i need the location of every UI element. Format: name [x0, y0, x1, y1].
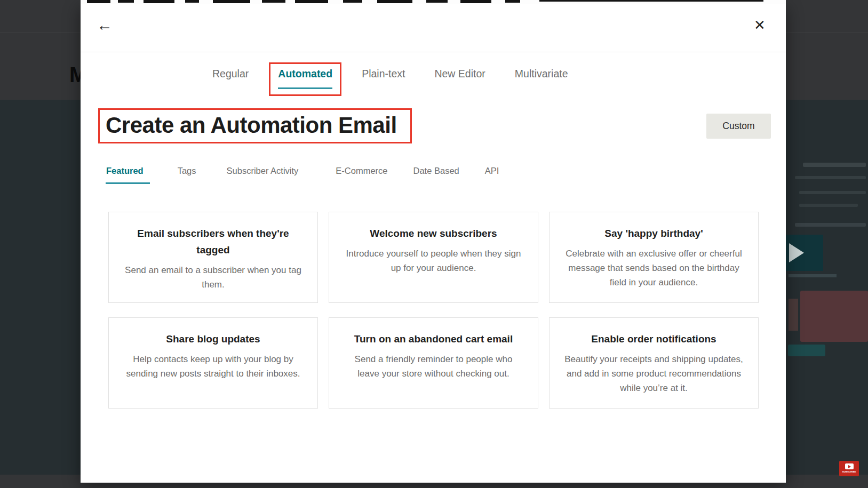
tab-multivariate[interactable]: Multivariate — [515, 68, 568, 87]
subtab-api[interactable]: API — [485, 166, 499, 182]
subtab-tags[interactable]: Tags — [178, 166, 196, 182]
dimmed-image-card — [800, 291, 868, 342]
tab-automated[interactable]: Automated — [278, 68, 332, 89]
card-body: Send an email to a subscriber when you t… — [123, 263, 304, 292]
dimmed-text-line — [799, 191, 866, 194]
card-title: Welcome new subscribers — [343, 225, 524, 242]
tab-regular[interactable]: Regular — [212, 68, 249, 87]
cropped-top-content — [81, 0, 786, 4]
title-wrap: Create an Automation Email — [106, 109, 397, 142]
dimmed-text-line — [799, 204, 858, 207]
dimmed-text-line — [795, 223, 866, 227]
card-abandoned-cart-email[interactable]: Turn on an abandoned cart email Send a f… — [329, 317, 538, 409]
card-say-happy-birthday[interactable]: Say 'happy birthday' Celebrate with an e… — [549, 212, 759, 303]
email-type-tabs: Regular Automated Plain-text New Editor … — [212, 68, 568, 89]
subscribe-badge[interactable]: SUBSCRIBE — [839, 461, 859, 476]
youtube-play-icon — [845, 463, 854, 469]
card-title: Email subscribers when they're tagged — [123, 225, 304, 258]
subscribe-label: SUBSCRIBE — [842, 470, 856, 473]
tab-new-editor[interactable]: New Editor — [434, 68, 485, 87]
dimmed-text-line — [795, 176, 866, 179]
subtab-subscriber-activity[interactable]: Subscriber Activity — [227, 166, 299, 182]
create-email-modal: ← ✕ Regular Automated Plain-text New Edi… — [81, 4, 786, 483]
dimmed-caption-line — [789, 274, 837, 277]
page-title: Create an Automation Email — [106, 109, 397, 142]
subtab-featured[interactable]: Featured — [106, 166, 150, 184]
dimmed-image-edge — [789, 299, 798, 331]
modal-header: ← ✕ — [81, 4, 786, 52]
card-body: Celebrate with an exclusive offer or che… — [563, 246, 744, 290]
tab-label[interactable]: Automated — [278, 68, 332, 89]
category-subtabs: Featured Tags Subscriber Activity E-Comm… — [106, 166, 499, 184]
subtab-e-commerce[interactable]: E-Commerce — [336, 166, 387, 182]
dimmed-teal-button — [788, 345, 825, 356]
tab-plain-text[interactable]: Plain-text — [362, 68, 405, 87]
custom-button[interactable]: Custom — [706, 114, 771, 139]
card-body: Beautify your receipts and shipping upda… — [563, 352, 744, 395]
dimmed-video-thumbnail — [786, 235, 823, 271]
card-share-blog-updates[interactable]: Share blog updates Help contacts keep up… — [108, 317, 318, 409]
tab-label[interactable]: Multivariate — [515, 68, 568, 87]
card-body: Send a friendly reminder to people who l… — [343, 352, 524, 381]
title-row: Create an Automation Email Custom — [106, 109, 761, 142]
dimmed-text-line — [803, 163, 866, 167]
card-welcome-new-subscribers[interactable]: Welcome new subscribers Introduce yourse… — [329, 212, 538, 303]
play-icon — [789, 243, 804, 262]
card-body: Introduce yourself to people when they s… — [343, 246, 524, 275]
card-title: Say 'happy birthday' — [563, 225, 744, 242]
card-body: Help contacts keep up with your blog by … — [123, 352, 304, 381]
tab-label[interactable]: New Editor — [434, 68, 485, 87]
automation-cards-grid: Email subscribers when they're tagged Se… — [108, 212, 759, 409]
subtab-date-based[interactable]: Date Based — [413, 166, 459, 182]
close-icon[interactable]: ✕ — [754, 17, 766, 33]
back-arrow-icon[interactable]: ← — [97, 17, 113, 33]
card-title: Share blog updates — [123, 331, 304, 347]
screen: M SUBSCRIBE ← ✕ Regular Automated — [0, 0, 868, 488]
card-enable-order-notifications[interactable]: Enable order notifications Beautify your… — [549, 317, 759, 409]
card-email-subscribers-tagged[interactable]: Email subscribers when they're tagged Se… — [108, 212, 318, 303]
card-title: Turn on an abandoned cart email — [343, 331, 524, 347]
tab-label[interactable]: Regular — [212, 68, 249, 87]
card-title: Enable order notifications — [563, 331, 744, 347]
tab-label[interactable]: Plain-text — [362, 68, 405, 87]
